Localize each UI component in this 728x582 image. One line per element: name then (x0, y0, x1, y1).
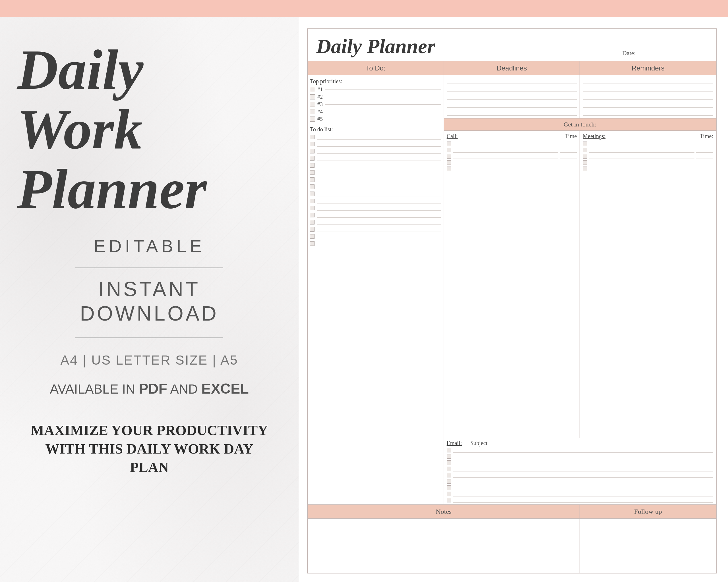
meeting-checkbox-1[interactable] (583, 141, 587, 146)
deadline-line-4 (447, 102, 577, 108)
todo-checkbox-8[interactable] (310, 185, 314, 189)
todo-checkbox-10[interactable] (310, 199, 314, 203)
meeting-line-3 (589, 154, 695, 159)
meeting-checkbox-3[interactable] (583, 154, 587, 159)
todo-checkbox-12[interactable] (310, 213, 314, 217)
maximize-block: Maximize your productivitywith this dail… (31, 404, 268, 477)
priority-checkbox-2[interactable] (310, 94, 315, 100)
reminders-section (580, 75, 716, 118)
todo-list-label: To do list: (310, 126, 441, 133)
email-checkbox-6[interactable] (447, 479, 451, 484)
reminder-line-5 (583, 109, 713, 116)
todo-checkbox-14[interactable] (310, 227, 314, 231)
followup-header: Follow up (580, 505, 716, 519)
sizes-block: A4 | US Letter Size | A5 (60, 347, 238, 373)
todo-checkbox-5[interactable] (310, 163, 314, 168)
meeting-checkbox-5[interactable] (583, 167, 587, 171)
call-checkbox-4[interactable] (447, 160, 451, 165)
email-line-7 (453, 485, 713, 490)
todo-line-6 (317, 170, 441, 175)
email-checkbox-4[interactable] (447, 467, 451, 471)
todo-checkbox-11[interactable] (310, 206, 314, 210)
todo-item-6 (310, 169, 441, 176)
call-row-5 (447, 166, 577, 171)
todo-item-3 (310, 148, 441, 154)
editable-block: EDITABLE (94, 236, 205, 256)
meeting-checkbox-2[interactable] (583, 148, 587, 152)
call-checkbox-5[interactable] (447, 167, 451, 171)
email-checkbox-7[interactable] (447, 486, 451, 490)
todo-item-5 (310, 162, 441, 168)
call-line-1 (453, 141, 558, 146)
date-line (622, 58, 707, 58)
meeting-line-4 (589, 160, 695, 165)
email-checkbox-5[interactable] (447, 473, 451, 477)
priority-line-1 (325, 89, 441, 90)
followup-section: Follow up (580, 505, 716, 573)
email-row-9 (447, 498, 713, 503)
email-header: Email: Subject (447, 440, 713, 446)
notes-line-5 (311, 553, 577, 559)
email-row-8 (447, 491, 713, 496)
meeting-checkbox-4[interactable] (583, 160, 587, 165)
right-column: Get in touch: Call: Time (444, 75, 716, 504)
call-row-2 (447, 147, 577, 153)
email-row-7 (447, 485, 713, 490)
priority-checkbox-3[interactable] (310, 102, 315, 107)
call-time-line-3 (560, 154, 577, 159)
instant-download-label: INSTANTDOWNLOAD (80, 277, 219, 326)
todo-item-4 (310, 155, 441, 161)
priorities-label: Top priorities: (310, 78, 441, 85)
deadline-line-2 (447, 86, 577, 92)
todo-checkbox-3[interactable] (310, 149, 314, 154)
todo-checkbox-2[interactable] (310, 142, 314, 146)
todo-line-7 (317, 177, 441, 182)
call-time-line-5 (560, 166, 577, 171)
email-checkbox-2[interactable] (447, 454, 451, 459)
todo-item-7 (310, 176, 441, 183)
call-line-3 (453, 154, 558, 159)
editable-label: EDITABLE (94, 236, 205, 256)
todo-item-15 (310, 233, 441, 240)
todo-item-2 (310, 141, 441, 147)
call-checkbox-3[interactable] (447, 154, 451, 159)
email-checkbox-8[interactable] (447, 492, 451, 496)
todo-line-5 (317, 163, 441, 168)
todo-checkbox-6[interactable] (310, 170, 314, 175)
followup-lines (580, 519, 716, 573)
call-checkbox-1[interactable] (447, 141, 451, 146)
email-checkbox-1[interactable] (447, 448, 451, 452)
priority-label-4: #4 (317, 109, 323, 115)
deadline-line-1 (447, 78, 577, 84)
todo-line-13 (317, 220, 441, 225)
todo-checkbox-1[interactable] (310, 135, 314, 139)
todo-checkbox-16[interactable] (310, 241, 314, 246)
meeting-time-line-4 (696, 160, 713, 165)
email-checkbox-9[interactable] (447, 498, 451, 502)
email-checkbox-3[interactable] (447, 461, 451, 465)
meeting-time-line-5 (696, 166, 713, 171)
available-block: Available in PDF and EXCEL (50, 376, 249, 401)
todo-checkbox-4[interactable] (310, 156, 314, 161)
priority-line-3 (325, 104, 441, 105)
todo-checkbox-9[interactable] (310, 192, 314, 196)
call-checkbox-2[interactable] (447, 148, 451, 152)
notes-line-1 (311, 521, 577, 527)
call-time-line-1 (560, 141, 577, 146)
call-line-2 (453, 147, 558, 153)
email-row-3 (447, 460, 713, 465)
email-line-4 (453, 466, 713, 471)
priority-checkbox-4[interactable] (310, 109, 315, 114)
bottom-section: Notes Follow up (308, 505, 716, 573)
email-label: Email: (447, 440, 462, 446)
todo-checkbox-13[interactable] (310, 220, 314, 224)
planner-main: Top priorities: #1 #2 #3 (308, 75, 716, 505)
planner-header: Daily Planner Date: (308, 29, 716, 61)
todo-item-11 (310, 205, 441, 211)
todo-checkbox-7[interactable] (310, 177, 314, 182)
priority-checkbox-5[interactable] (310, 116, 315, 121)
priority-checkbox-1[interactable] (310, 87, 315, 92)
todo-checkbox-15[interactable] (310, 234, 314, 239)
priority-line-2 (325, 97, 441, 97)
followup-line-2 (583, 529, 713, 535)
